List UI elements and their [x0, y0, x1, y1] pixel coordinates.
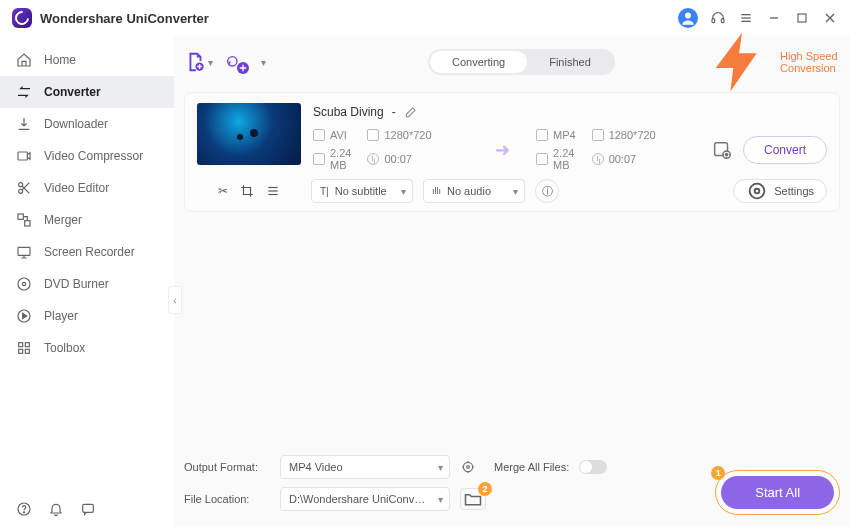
- format-icon: [313, 129, 325, 141]
- sidebar-item-label: Video Editor: [44, 181, 109, 195]
- svg-point-24: [23, 512, 24, 513]
- tab-finished[interactable]: Finished: [527, 51, 613, 73]
- close-icon[interactable]: [822, 10, 838, 26]
- svg-rect-2: [721, 19, 724, 23]
- task-settings-button[interactable]: Settings: [733, 179, 827, 203]
- sidebar-item-label: Video Compressor: [44, 149, 143, 163]
- source-resolution: 1280*720: [384, 129, 431, 141]
- sidebar-item-label: Home: [44, 53, 76, 67]
- app-logo-icon: [12, 8, 32, 28]
- svg-point-0: [685, 13, 691, 19]
- tab-converting[interactable]: Converting: [430, 51, 527, 73]
- subtitle-select[interactable]: T|No subtitle: [311, 179, 413, 203]
- open-folder-button[interactable]: 2: [460, 488, 486, 510]
- status-tabs: Converting Finished: [428, 49, 615, 75]
- add-folder-button[interactable]: ▾: [225, 54, 266, 70]
- sidebar-item-converter[interactable]: Converter: [0, 76, 174, 108]
- sidebar-item-recorder[interactable]: Screen Recorder: [0, 236, 174, 268]
- svg-rect-7: [798, 14, 806, 22]
- svg-point-36: [755, 189, 760, 194]
- help-icon[interactable]: [16, 501, 32, 517]
- svg-point-35: [750, 184, 765, 199]
- source-format: AVI: [330, 129, 347, 141]
- app-title: Wondershare UniConverter: [40, 11, 209, 26]
- merge-toggle[interactable]: [579, 460, 607, 474]
- convert-button[interactable]: Convert: [743, 136, 827, 164]
- sidebar-item-label: Player: [44, 309, 78, 323]
- svg-point-37: [463, 462, 472, 471]
- sidebar-item-label: Toolbox: [44, 341, 85, 355]
- sidebar-item-home[interactable]: Home: [0, 44, 174, 76]
- video-thumbnail[interactable]: [197, 103, 301, 165]
- downloader-icon: [16, 116, 32, 132]
- svg-point-16: [18, 278, 30, 290]
- high-speed-conversion-link[interactable]: High Speed Conversion: [704, 27, 840, 97]
- add-file-button[interactable]: ▾: [184, 51, 213, 73]
- sidebar-item-editor[interactable]: Video Editor: [0, 172, 174, 204]
- sidebar-item-merger[interactable]: Merger: [0, 204, 174, 236]
- sidebar-item-label: Downloader: [44, 117, 108, 131]
- trim-icon[interactable]: ✂: [218, 184, 228, 198]
- title-suffix: -: [392, 105, 396, 119]
- compressor-icon: [16, 148, 32, 164]
- bell-icon[interactable]: [48, 501, 64, 517]
- edit-title-icon[interactable]: [404, 105, 418, 119]
- subtitle-value: No subtitle: [335, 185, 387, 197]
- output-format-select[interactable]: MP4 Video: [280, 455, 450, 479]
- task-card: Scuba Diving - AVI 1280*720 2.24 MB 00:0…: [184, 92, 840, 212]
- settings-label: Settings: [774, 185, 814, 197]
- player-icon: [16, 308, 32, 324]
- merger-icon: [16, 212, 32, 228]
- svg-rect-21: [19, 349, 23, 353]
- feedback-icon[interactable]: [80, 501, 96, 517]
- format-settings-icon[interactable]: [460, 459, 476, 475]
- target-format: MP4: [553, 129, 576, 141]
- sidebar-item-downloader[interactable]: Downloader: [0, 108, 174, 140]
- toolbox-icon: [16, 340, 32, 356]
- size-icon: [536, 153, 548, 165]
- svg-rect-13: [18, 214, 23, 219]
- sidebar-item-compressor[interactable]: Video Compressor: [0, 140, 174, 172]
- file-title: Scuba Diving: [313, 105, 384, 119]
- svg-rect-22: [25, 349, 29, 353]
- file-location-select[interactable]: D:\Wondershare UniConverter: [280, 487, 450, 511]
- headset-icon[interactable]: [710, 10, 726, 26]
- info-icon[interactable]: ⓘ: [535, 179, 559, 203]
- badge-2: 2: [478, 482, 492, 496]
- file-location-value: D:\Wondershare UniConverter: [289, 493, 427, 505]
- maximize-icon[interactable]: [794, 10, 810, 26]
- sidebar-item-dvd[interactable]: DVD Burner: [0, 268, 174, 300]
- sidebar-item-label: Merger: [44, 213, 82, 227]
- merge-label: Merge All Files:: [494, 461, 569, 473]
- user-avatar[interactable]: [678, 8, 698, 28]
- sidebar-item-player[interactable]: Player: [0, 300, 174, 332]
- sidebar: HomeConverterDownloaderVideo CompressorV…: [0, 36, 174, 527]
- badge-1: 1: [711, 466, 725, 480]
- source-duration: 00:07: [384, 153, 412, 165]
- svg-rect-10: [18, 152, 27, 160]
- effects-icon[interactable]: [266, 184, 280, 198]
- svg-rect-1: [712, 19, 715, 23]
- start-all-button[interactable]: Start All: [721, 476, 834, 509]
- dvd-icon: [16, 276, 32, 292]
- conversion-arrow-icon: ➜: [488, 139, 516, 161]
- task-settings-icon[interactable]: [711, 139, 733, 161]
- sidebar-item-label: Converter: [44, 85, 101, 99]
- menu-icon[interactable]: [738, 10, 754, 26]
- sidebar-item-label: DVD Burner: [44, 277, 109, 291]
- crop-icon[interactable]: [240, 184, 254, 198]
- recorder-icon: [16, 244, 32, 260]
- resolution-icon: [367, 129, 379, 141]
- audio-select[interactable]: ıllıNo audio: [423, 179, 525, 203]
- svg-rect-25: [83, 504, 94, 512]
- converter-icon: [16, 84, 32, 100]
- sidebar-item-toolbox[interactable]: Toolbox: [0, 332, 174, 364]
- file-location-label: File Location:: [184, 493, 270, 505]
- minimize-icon[interactable]: [766, 10, 782, 26]
- resolution-icon: [592, 129, 604, 141]
- target-size: 2.24 MB: [553, 147, 576, 171]
- target-resolution: 1280*720: [609, 129, 656, 141]
- svg-point-17: [22, 282, 25, 285]
- home-icon: [16, 52, 32, 68]
- clock-icon: [367, 153, 379, 165]
